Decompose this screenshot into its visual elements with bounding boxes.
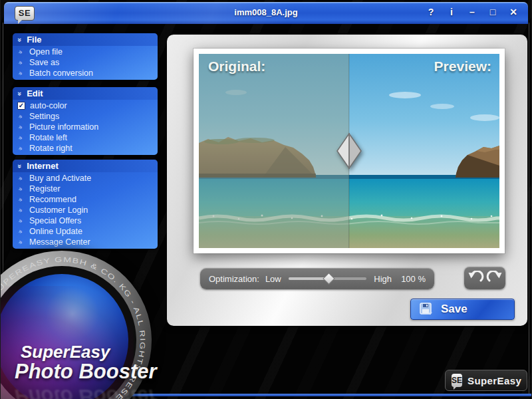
menu-item-save-as[interactable]: » Save as [13, 57, 158, 68]
menu-title: File [27, 35, 41, 45]
arrow-icon: » [17, 205, 26, 215]
menu-item-label: Rotate right [29, 144, 72, 153]
photo-frame: Original: Preview: [194, 49, 505, 253]
menu-item-label: Settings [29, 112, 59, 121]
menu-item-label: Picture information [29, 122, 98, 132]
arrow-icon: » [17, 184, 26, 194]
main-panel: Original: Preview: Optimization: Low Hig… [167, 35, 527, 326]
arrow-icon: » [17, 68, 26, 78]
menu-item-buy-and-activate[interactable]: » Buy and Activate [13, 173, 158, 184]
menu-item-customer-login[interactable]: » Customer Login [13, 205, 158, 215]
photo-compare-view: Original: Preview: [199, 54, 499, 248]
minimize-button[interactable]: – [467, 7, 477, 17]
chevron-down-icon: » [16, 37, 24, 41]
arrow-icon: » [17, 144, 26, 153]
menu-item-rotate-right[interactable]: » Rotate right [13, 143, 158, 154]
footer-se-badge-icon: SE [452, 374, 462, 387]
chevron-down-icon: » [16, 164, 24, 168]
footer-brand-text: SuperEasy [467, 375, 521, 386]
product-name-reflection: Photo Booster [15, 384, 157, 399]
save-button[interactable]: Save [410, 299, 515, 320]
menu-item-recommend[interactable]: » Recommend [13, 194, 158, 205]
preview-label: Preview: [434, 59, 491, 74]
menu-item-picture-information[interactable]: » Picture information [13, 122, 158, 132]
menu-item-label: Special Offers [29, 216, 81, 225]
arrow-icon: » [17, 237, 26, 247]
arrow-icon: » [17, 174, 26, 183]
menu-section-file: » File » Open file » Save as » Batch con… [13, 33, 158, 80]
app-window: SE imm008_8A.jpg ? i – □ ✕ » File » Open… [0, 0, 532, 399]
menu-item-label: Save as [29, 58, 59, 67]
menu-title: Internet [27, 161, 59, 171]
arrow-icon: » [17, 195, 26, 204]
close-button[interactable]: ✕ [508, 7, 519, 17]
menu-header-edit[interactable]: » Edit [13, 87, 158, 100]
window-controls: ? i – □ ✕ [426, 7, 519, 17]
chevron-down-icon: » [16, 91, 24, 95]
menu-item-auto-color[interactable]: ✓ auto-color [13, 100, 158, 111]
menu-item-register[interactable]: » Register [13, 184, 158, 194]
menu-item-label: Open file [29, 47, 63, 57]
original-label: Original: [208, 59, 265, 74]
menu-section-internet: » Internet » Buy and Activate » Register… [13, 160, 158, 249]
auto-color-checkbox[interactable]: ✓ [17, 102, 25, 110]
window-border-right [529, 23, 529, 394]
menu-item-message-center[interactable]: » Message Center [13, 237, 158, 247]
menu-section-edit: » Edit ✓ auto-color » Settings » Picture… [13, 87, 158, 155]
menu-item-open-file[interactable]: » Open file [13, 47, 158, 57]
arrow-icon: » [17, 58, 26, 67]
menu-item-label: Batch conversion [29, 68, 93, 78]
optimization-bar: Optimization: Low High 100 % [200, 268, 434, 289]
menu-header-internet[interactable]: » Internet [13, 160, 158, 172]
menu-item-settings[interactable]: » Settings [13, 111, 158, 122]
menu-body-edit: ✓ auto-color » Settings » Picture inform… [13, 100, 158, 155]
optimization-slider[interactable] [289, 277, 367, 280]
menu-item-label: auto-color [30, 101, 67, 110]
optimization-value: 100 % [398, 274, 426, 284]
undo-button[interactable] [467, 271, 484, 285]
footer-logo: SE SuperEasy [445, 370, 527, 391]
menu-header-file[interactable]: » File [13, 33, 158, 46]
maximize-button[interactable]: □ [487, 7, 498, 17]
save-label: Save [441, 303, 467, 316]
redo-button[interactable] [486, 271, 503, 285]
menu-item-special-offers[interactable]: » Special Offers [13, 215, 158, 226]
menu-item-rotate-left[interactable]: » Rotate left [13, 132, 158, 143]
menu-item-label: Online Update [29, 227, 82, 236]
menu-item-online-update[interactable]: » Online Update [13, 226, 158, 237]
menu-item-label: Customer Login [29, 205, 88, 215]
arrow-icon: » [17, 133, 26, 142]
menu-body-internet: » Buy and Activate » Register » Recommen… [13, 172, 158, 249]
menu-item-label: Rotate left [29, 133, 67, 142]
product-name: Photo Booster [15, 360, 157, 384]
menu-item-label: Buy and Activate [29, 174, 91, 183]
save-disk-icon [420, 303, 434, 317]
menu-item-label: Register [29, 184, 61, 194]
footer-badge-text: SE [452, 376, 462, 385]
slider-high-label: High [374, 274, 392, 284]
menu-item-label: Message Center [29, 237, 90, 247]
slider-low-label: Low [265, 274, 281, 284]
arrow-icon: » [17, 122, 26, 132]
arrow-icon: » [17, 216, 26, 225]
arrow-icon: » [17, 227, 26, 236]
menu-item-label: Recommend [29, 195, 76, 204]
optimization-label: Optimization: [209, 274, 259, 284]
arrow-icon: » [17, 112, 26, 121]
info-button[interactable]: i [446, 7, 457, 17]
slider-thumb[interactable] [323, 273, 334, 285]
help-button[interactable]: ? [426, 7, 436, 17]
menu-title: Edit [27, 88, 43, 98]
menu-item-batch-conversion[interactable]: » Batch conversion [13, 68, 158, 78]
arrow-icon: » [17, 47, 26, 57]
titlebar[interactable]: SE imm008_8A.jpg ? i – □ ✕ [4, 2, 528, 24]
split-divider-handle[interactable] [336, 133, 362, 169]
menu-body-file: » Open file » Save as » Batch conversion [13, 46, 158, 80]
undo-redo-group [464, 267, 505, 289]
